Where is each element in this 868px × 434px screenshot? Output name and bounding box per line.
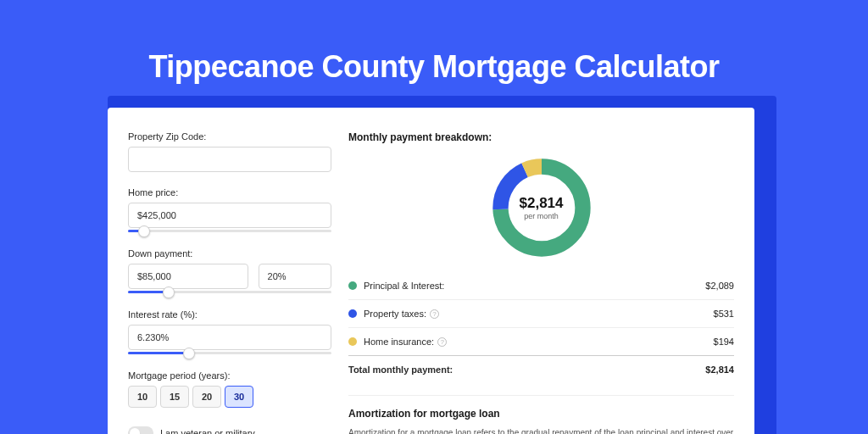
period-option-30[interactable]: 30 (225, 386, 253, 408)
legend-row-0: Principal & Interest:$2,089 (348, 272, 734, 299)
legend: Principal & Interest:$2,089Property taxe… (348, 272, 734, 383)
legend-dot (348, 309, 357, 318)
down-payment-label: Down payment: (128, 248, 331, 259)
down-payment-slider-thumb[interactable] (163, 287, 175, 298)
period-label: Mortgage period (years): (128, 370, 331, 381)
amortization-section: Amortization for mortgage loan Amortizat… (348, 395, 734, 434)
legend-total-value: $2,814 (705, 364, 734, 375)
veteran-label: I am veteran or military (160, 428, 255, 434)
home-price-slider[interactable] (128, 230, 331, 232)
legend-value: $2,089 (705, 281, 734, 291)
legend-label: Home insurance:? (364, 337, 714, 347)
breakdown-column: Monthly payment breakdown: $2,814 per mo… (348, 131, 734, 434)
donut-wrap: $2,814 per month (348, 153, 734, 262)
down-payment-pct-input[interactable] (259, 264, 331, 289)
form-column: Property Zip Code: Home price: Down paym… (128, 131, 331, 434)
donut-center: $2,814 per month (487, 153, 596, 262)
donut-center-sub: per month (524, 212, 559, 220)
interest-rate-slider-fill (128, 352, 189, 354)
panel-inner: Property Zip Code: Home price: Down paym… (108, 108, 754, 434)
zip-input[interactable] (128, 147, 331, 172)
donut-chart: $2,814 per month (487, 153, 596, 262)
interest-rate-slider-thumb[interactable] (183, 348, 195, 359)
legend-total-label: Total monthly payment: (348, 364, 705, 375)
zip-label: Property Zip Code: (128, 131, 331, 142)
breakdown-title: Monthly payment breakdown: (348, 131, 734, 143)
legend-total-row: Total monthly payment:$2,814 (348, 355, 734, 383)
legend-value: $194 (714, 337, 734, 347)
home-price-input[interactable] (128, 203, 331, 228)
interest-rate-wrap (128, 325, 331, 350)
veteran-row: I am veteran or military (128, 426, 331, 434)
home-price-label: Home price: (128, 187, 331, 198)
amortization-text: Amortization for a mortgage loan refers … (348, 426, 734, 434)
zip-field-wrap (128, 147, 331, 172)
legend-row-2: Home insurance:?$194 (348, 327, 734, 355)
interest-rate-label: Interest rate (%): (128, 309, 331, 320)
veteran-toggle-knob (130, 428, 140, 434)
calculator-panel: Property Zip Code: Home price: Down paym… (108, 108, 754, 434)
legend-value: $531 (714, 309, 734, 319)
down-payment-slider[interactable] (128, 291, 331, 293)
legend-label: Principal & Interest: (364, 281, 705, 291)
page-title: Tippecanoe County Mortgage Calculator (0, 49, 868, 85)
amortization-title: Amortization for mortgage loan (348, 408, 734, 420)
legend-dot (348, 337, 357, 346)
interest-rate-input[interactable] (128, 325, 331, 350)
veteran-toggle[interactable] (128, 426, 153, 434)
period-segmented: 10152030 (128, 386, 331, 408)
legend-row-1: Property taxes:?$531 (348, 299, 734, 327)
donut-center-value: $2,814 (520, 195, 564, 212)
info-icon[interactable]: ? (437, 337, 447, 347)
info-icon[interactable]: ? (430, 309, 439, 319)
down-payment-input[interactable] (128, 264, 248, 289)
interest-rate-slider[interactable] (128, 352, 331, 354)
period-option-10[interactable]: 10 (128, 386, 157, 408)
legend-label: Property taxes:? (364, 309, 714, 319)
period-option-15[interactable]: 15 (160, 386, 189, 408)
stage: Tippecanoe County Mortgage Calculator Pr… (0, 0, 868, 434)
home-price-wrap (128, 203, 331, 228)
legend-dot (348, 281, 357, 290)
home-price-slider-thumb[interactable] (138, 225, 150, 237)
down-payment-row (128, 264, 331, 289)
down-payment-wrap (128, 264, 331, 289)
period-option-20[interactable]: 20 (192, 386, 221, 408)
